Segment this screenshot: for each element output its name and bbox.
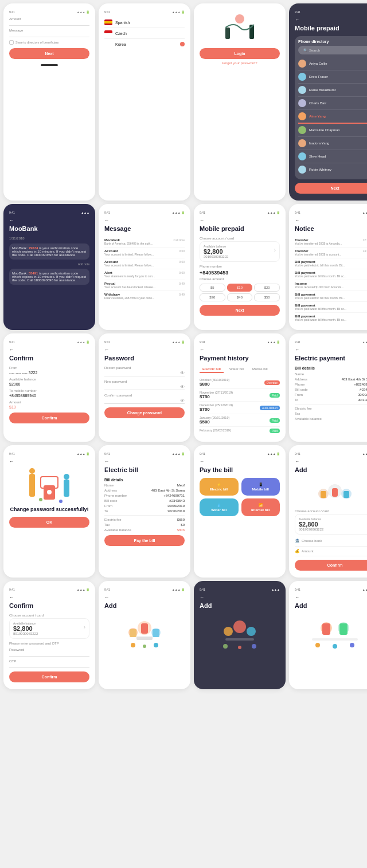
pay-bill-btn-14[interactable]: Pay the bill — [104, 535, 185, 546]
forgot-password-link[interactable]: Forgot your password? — [200, 61, 280, 65]
eye-icon-1[interactable]: 👁 — [180, 371, 185, 376]
login-button[interactable]: Login — [200, 48, 280, 59]
contact-item-4[interactable]: Charis Barr — [298, 97, 367, 110]
account-box-16[interactable]: Available balance $2,800 › 8019030063222 — [295, 514, 367, 535]
msg-alert[interactable]: Alert 0:00 Your statement is ready for y… — [104, 269, 185, 280]
pwd-input-17[interactable] — [9, 653, 89, 657]
back-btn-11[interactable]: ← — [200, 347, 280, 352]
back-btn-20[interactable]: ← — [295, 595, 367, 600]
msg-moobank[interactable]: MooBank Call time Bank of America: 25648… — [104, 237, 185, 248]
amount-5[interactable]: $5 — [200, 284, 225, 292]
confirm-btn-small[interactable]: Confirm — [9, 413, 89, 423]
back-btn-14[interactable]: ← — [104, 459, 185, 464]
back-btn-17[interactable]: ← — [9, 595, 89, 600]
next-button-1[interactable]: Next — [9, 48, 89, 59]
password-screen: 9:41▲▲▲ 🔋 ← Password Recent password 👁 N… — [99, 333, 190, 442]
notice-bill-2[interactable]: Bill payment 1:00 You've paid water bill… — [295, 269, 367, 280]
confirm-btn-17[interactable]: Confirm — [9, 671, 89, 682]
account-box-17[interactable]: Available balance $2,800 › 8019030083222 — [9, 618, 89, 639]
msg-account-1[interactable]: Account 0:00 Your account is limited. Pl… — [104, 248, 185, 258]
phone-search[interactable]: 🔍 Search — [298, 46, 367, 54]
back-btn-19[interactable]: ← — [200, 595, 280, 600]
eye-icon-2[interactable]: 👁 — [180, 384, 185, 390]
history-dec[interactable]: December (25/12/2019) $700 Auto-deduct — [200, 402, 280, 414]
contact-item-9[interactable]: Robin Whitney — [298, 163, 367, 176]
contact-item-3[interactable]: Esme Broadhurst — [298, 84, 367, 97]
message-input[interactable] — [9, 33, 89, 37]
notice-bill-3[interactable]: Bill payment 0:41 You've paid electric b… — [295, 291, 367, 302]
mobile-bill-btn[interactable]: 📱 Mobile bill — [241, 478, 280, 496]
back-btn-6[interactable]: ← — [104, 218, 185, 223]
change-pwd-btn[interactable]: Change password — [104, 407, 185, 418]
save-checkbox[interactable] — [9, 40, 14, 45]
otp-input-17[interactable] — [9, 664, 89, 668]
recent-pwd-input[interactable] — [104, 372, 180, 375]
back-btn-12[interactable]: ← — [295, 347, 367, 352]
back-btn-16[interactable]: ← — [295, 459, 367, 464]
status-bar-20: 9:41▲▲▲ 🔋 — [295, 588, 367, 591]
account-box-7[interactable]: Available balance $2,800 › 3019030083222 — [200, 241, 280, 262]
add-bottom-left-title: Add — [104, 602, 185, 609]
tab-water[interactable]: Water bill — [227, 366, 247, 373]
lang-czech[interactable]: Czech — [104, 28, 185, 39]
electric-bill-btn[interactable]: ⚡ Electric bill — [200, 478, 239, 496]
back-btn-10[interactable]: ← — [104, 347, 185, 352]
add-note-link[interactable]: Add note — [9, 262, 89, 266]
amount-50[interactable]: $50 — [254, 293, 280, 301]
contact-item-2[interactable]: Drew Fraser — [298, 70, 367, 84]
mobile-prepaid-dark-screen: 9:41▲▲▲ ← Mobile prepaid Phone directory… — [289, 3, 367, 201]
contact-item-6[interactable]: Marceline Chapman — [298, 124, 367, 137]
contact-item-8[interactable]: Skye Head — [298, 150, 367, 163]
back-btn-5[interactable]: ← — [9, 218, 89, 223]
amount-input[interactable] — [9, 22, 89, 26]
new-pwd-input[interactable] — [104, 386, 180, 389]
notice-transfer-2[interactable]: Transfer 14:25 PM You've transferred 200… — [295, 248, 367, 258]
tab-electric[interactable]: Electric bill — [200, 366, 224, 373]
mobile-prepaid-light-title: Mobile prepaid — [200, 225, 280, 232]
next-btn-7[interactable]: Next — [200, 305, 280, 316]
lang-spanish[interactable]: Spanish — [104, 17, 185, 28]
notice-transfer-1[interactable]: Transfer 12:25 PM You've transferred 200… — [295, 237, 367, 248]
history-nov[interactable]: November (27/11/2019) $750 Paid — [200, 389, 280, 402]
notice-bill-4[interactable]: Bill payment 0:41 You've paid water bill… — [295, 302, 367, 313]
msg-paypal[interactable]: Paypal 0:49 Your account has been locked… — [104, 280, 185, 291]
history-jan[interactable]: January (20/01/2019) $500 Paid — [200, 414, 280, 427]
contact-item-1[interactable]: Aniya Collie — [298, 57, 367, 70]
back-btn-4[interactable]: ← — [295, 17, 367, 22]
status-bar-16: 9:41▲▲▲ 🔋 — [295, 452, 367, 455]
internet-bill-btn[interactable]: 📶 Internet bill — [241, 498, 280, 516]
back-btn-15[interactable]: ← — [200, 459, 280, 464]
back-btn-13[interactable]: ← — [9, 459, 89, 464]
contact-item-5[interactable]: Aine Yang ✓ — [298, 110, 367, 124]
confirm-pwd-input[interactable] — [104, 399, 180, 403]
next-button-dark[interactable]: Next — [295, 183, 367, 194]
save-checkbox-row[interactable]: Save to directory of beneficiary — [9, 40, 89, 45]
eb-fee-label: Electric fee — [104, 518, 122, 521]
back-btn-9[interactable]: ← — [9, 347, 89, 352]
msg-account-2[interactable]: Account 0:00 Your account is limited. Pl… — [104, 258, 185, 269]
history-oct[interactable]: October (30/10/2019) $800 Overdue — [200, 376, 280, 389]
amount-10[interactable]: $10 — [227, 284, 253, 292]
msg-time-1: Call time — [174, 238, 185, 242]
ok-btn[interactable]: OK — [9, 517, 89, 528]
eye-icon-3[interactable]: 👁 — [180, 398, 185, 403]
water-bill-btn[interactable]: 💧 Water bill — [200, 498, 239, 516]
notice-income[interactable]: Income 7:00 You've received $1000 from A… — [295, 280, 367, 291]
eb-to-label: To — [104, 509, 108, 513]
success-illustration — [9, 466, 89, 506]
back-btn-8[interactable]: ← — [295, 218, 367, 223]
tab-mobile[interactable]: Mobile bill — [249, 366, 271, 373]
amount-40[interactable]: $40 — [227, 293, 253, 301]
lang-korea[interactable]: Korea — [104, 39, 185, 49]
back-btn-18[interactable]: ← — [104, 595, 185, 600]
history-feb[interactable]: February (20/02/2019) Paid — [200, 427, 280, 435]
to-mobile-label: To mobile number — [9, 389, 89, 392]
msg-withdraw[interactable]: Withdraw 0:49 Dear customer, 2687456 is … — [104, 291, 185, 301]
notice-bill-1[interactable]: Bill payment 0:01 You've paid electric b… — [295, 258, 367, 269]
contact-item-7[interactable]: Isadora Yang — [298, 137, 367, 150]
confirm-btn-16[interactable]: Confirm — [295, 560, 367, 571]
amount-30[interactable]: $30 — [200, 293, 225, 301]
notice-bill-5[interactable]: Bill payment 0:41 You've paid water bill… — [295, 313, 367, 323]
amount-20[interactable]: $20 — [254, 284, 280, 292]
back-btn-7[interactable]: ← — [200, 218, 280, 223]
